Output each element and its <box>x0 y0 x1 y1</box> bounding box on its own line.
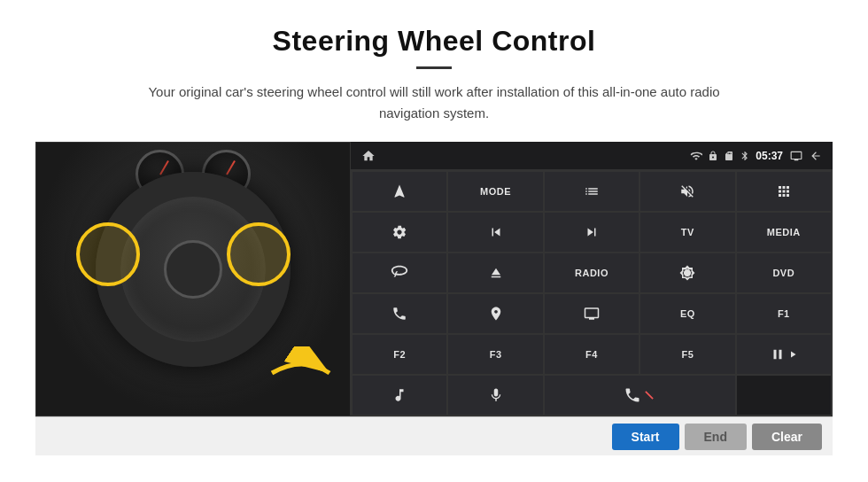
btn-forward[interactable] <box>545 213 639 252</box>
btn-navigation[interactable] <box>448 294 542 333</box>
status-time: 05:37 <box>756 150 783 162</box>
list-icon <box>584 183 600 199</box>
btn-screen[interactable] <box>545 294 639 333</box>
btn-settings[interactable] <box>353 213 446 252</box>
btn-playpause[interactable] <box>737 335 831 374</box>
steering-bg <box>36 143 350 416</box>
btn-f1[interactable]: F1 <box>737 294 831 333</box>
apps-icon <box>776 183 792 199</box>
btn-phone[interactable] <box>353 294 446 333</box>
navigate-icon <box>391 183 407 199</box>
settings-icon <box>391 224 407 240</box>
sdcard-icon <box>724 150 734 162</box>
wifi-icon <box>690 150 702 162</box>
btn-dvd[interactable]: DVD <box>737 253 831 292</box>
360-icon <box>390 263 409 283</box>
button-grid: MODE <box>351 170 833 416</box>
forward-icon <box>584 224 600 240</box>
display-icon <box>788 150 804 162</box>
phone-end-icon <box>624 386 641 404</box>
status-right: 05:37 <box>690 150 822 162</box>
btn-eq[interactable]: EQ <box>640 294 734 333</box>
btn-music[interactable] <box>353 376 446 415</box>
highlight-left <box>76 222 140 286</box>
slash-icon <box>643 389 655 401</box>
btn-f4[interactable]: F4 <box>545 335 639 374</box>
screen-icon <box>584 306 600 322</box>
btn-mute[interactable] <box>640 172 734 211</box>
bluetooth-icon <box>740 150 750 162</box>
music-icon <box>391 387 407 403</box>
play-icon <box>787 349 798 360</box>
page-container: Steering Wheel Control Your original car… <box>0 0 868 455</box>
btn-phone-end[interactable] <box>545 376 735 415</box>
btn-media[interactable]: MEDIA <box>737 213 831 252</box>
nav-icon <box>488 306 504 322</box>
lock-icon <box>708 150 718 162</box>
btn-360[interactable] <box>353 253 446 292</box>
btn-f2[interactable]: F2 <box>353 335 446 374</box>
playpause-icon <box>770 346 786 362</box>
highlight-right <box>227 222 291 286</box>
steering-wheel-image <box>35 142 351 416</box>
start-button[interactable]: Start <box>612 424 679 450</box>
end-button[interactable]: End <box>685 424 747 450</box>
btn-navigate[interactable] <box>353 172 446 211</box>
subtitle: Your original car's steering wheel contr… <box>124 82 744 124</box>
btn-list[interactable] <box>545 172 639 211</box>
btn-brightness[interactable] <box>640 253 734 292</box>
btn-apps[interactable] <box>737 172 831 211</box>
back-icon[interactable] <box>810 150 822 162</box>
page-title: Steering Wheel Control <box>35 25 833 58</box>
content-row: 05:37 MODE <box>35 142 833 416</box>
btn-tv[interactable]: TV <box>640 213 734 252</box>
brightness-icon <box>679 265 695 281</box>
btn-f3[interactable]: F3 <box>448 335 542 374</box>
svg-line-1 <box>646 392 653 399</box>
status-left <box>361 149 376 163</box>
btn-eject[interactable] <box>448 253 542 292</box>
eject-icon <box>488 265 504 281</box>
android-panel: 05:37 MODE <box>351 142 833 416</box>
title-divider <box>416 66 452 69</box>
btn-empty <box>737 376 831 415</box>
btn-mic[interactable] <box>448 376 542 415</box>
bottom-bar: Start End Clear <box>35 416 833 455</box>
status-bar: 05:37 <box>351 142 833 170</box>
home-icon[interactable] <box>361 149 376 163</box>
btn-mode[interactable]: MODE <box>448 172 542 211</box>
btn-radio[interactable]: RADIO <box>545 253 639 292</box>
clear-button[interactable]: Clear <box>752 424 822 450</box>
mute-icon <box>679 183 695 199</box>
mic-icon <box>488 387 504 403</box>
rewind-icon <box>488 224 504 240</box>
btn-rewind[interactable] <box>448 213 542 252</box>
title-section: Steering Wheel Control Your original car… <box>35 25 833 124</box>
btn-f5[interactable]: F5 <box>640 335 734 374</box>
yellow-arrow <box>263 346 343 400</box>
phone-icon <box>391 306 407 322</box>
